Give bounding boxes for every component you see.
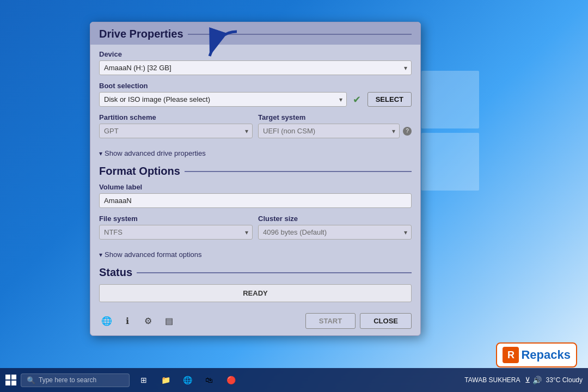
partition-scheme-group: Partition scheme GPT — [99, 113, 253, 138]
target-system-label: Target system — [258, 113, 412, 121]
boot-select-wrapper[interactable]: Disk or ISO image (Please select) — [99, 92, 347, 107]
format-options-title: Format Options — [99, 165, 180, 177]
cluster-size-label: Cluster size — [258, 215, 412, 223]
chevron-down-icon: ▾ — [99, 150, 102, 157]
device-select-wrapper[interactable]: AmaaaN (H:) [32 GB] — [99, 60, 412, 75]
status-title: Status — [99, 266, 132, 279]
file-explorer-icon[interactable]: 📁 — [156, 370, 175, 390]
system-tray-icons: ⊻ 🔊 — [525, 376, 542, 384]
log-icon-button[interactable]: ▤ — [161, 314, 176, 329]
device-select[interactable]: AmaaaN (H:) [32 GB] — [99, 60, 412, 75]
select-button[interactable]: SELECT — [367, 92, 412, 107]
status-header: Status — [99, 266, 412, 279]
repacks-r-icon: R — [503, 347, 519, 363]
footer-action-buttons: START CLOSE — [305, 313, 412, 329]
weather-info: 33°C Cloudy — [546, 376, 583, 384]
svg-rect-1 — [5, 375, 10, 379]
partition-target-row: Partition scheme GPT Target system UEFI … — [99, 113, 412, 145]
target-select-wrapper[interactable]: UEFI (non CSM) — [258, 124, 400, 138]
partition-scheme-label: Partition scheme — [99, 113, 253, 121]
file-system-select-wrapper[interactable]: NTFS — [99, 225, 253, 240]
show-advanced-drive-toggle[interactable]: ▾ Show advanced drive properties — [99, 149, 412, 157]
show-advanced-drive-label: Show advanced drive properties — [105, 149, 206, 157]
dialog-titlebar: Drive Properties — [90, 22, 420, 45]
info-icon-button[interactable]: ℹ — [120, 314, 135, 329]
start-button[interactable]: START — [305, 313, 356, 329]
status-section: Status READY — [99, 266, 412, 302]
boot-selection-group: Boot selection Disk or ISO image (Please… — [99, 82, 412, 107]
repacks-logo: R Repacks — [496, 342, 577, 367]
partition-scheme-select[interactable]: GPT — [99, 124, 253, 138]
chevron-down-icon-2: ▾ — [99, 251, 102, 259]
taskbar-search[interactable]: 🔍 — [21, 373, 130, 387]
target-system-select[interactable]: UEFI (non CSM) — [258, 124, 400, 138]
cluster-size-group: Cluster size 4096 bytes (Default) — [258, 215, 412, 240]
check-icon: ✔ — [350, 93, 364, 107]
format-options-header: Format Options — [99, 165, 412, 177]
boot-selection-row: Disk or ISO image (Please select) ✔ SELE… — [99, 92, 412, 107]
search-icon: 🔍 — [27, 376, 35, 384]
taskbar-right: TAWAB SUKHERA ⊻ 🔊 33°C Cloudy — [464, 376, 588, 384]
target-system-group: Target system UEFI (non CSM) ? — [258, 113, 412, 138]
dialog-footer: 🌐 ℹ ⚙ ▤ START CLOSE — [90, 309, 420, 335]
volume-icon: 🔊 — [532, 376, 542, 384]
partition-select-wrapper[interactable]: GPT — [99, 124, 253, 138]
svg-rect-2 — [11, 375, 16, 379]
edge-icon[interactable]: 🌐 — [177, 370, 197, 390]
title-divider — [188, 34, 412, 35]
volume-label-label: Volume label — [99, 183, 412, 191]
show-advanced-format-toggle[interactable]: ▾ Show advanced format options — [99, 250, 412, 259]
taskbar: 🔍 ⊞ 📁 🌐 🛍 🔴 TAWAB SUKHERA ⊻ 🔊 33°C Cloud… — [0, 368, 588, 392]
target-help-icon[interactable]: ? — [403, 127, 412, 136]
status-divider — [137, 272, 412, 273]
chrome-icon[interactable]: 🔴 — [221, 370, 241, 390]
cluster-size-select[interactable]: 4096 bytes (Default) — [258, 225, 412, 240]
status-bar: READY — [99, 284, 412, 302]
repacks-label: Repacks — [521, 348, 571, 362]
start-button-icon[interactable] — [1, 370, 21, 390]
boot-selection-select[interactable]: Disk or ISO image (Please select) — [99, 92, 347, 107]
settings-icon-button[interactable]: ⚙ — [140, 314, 156, 329]
file-system-label: File system — [99, 215, 253, 223]
filesystem-cluster-row: File system NTFS Cluster size 4096 bytes… — [99, 215, 412, 246]
file-system-select[interactable]: NTFS — [99, 225, 253, 240]
globe-icon-button[interactable]: 🌐 — [99, 314, 114, 329]
footer-icons: 🌐 ℹ ⚙ ▤ — [99, 314, 301, 329]
rufus-dialog: Drive Properties Device AmaaaN (H:) [32 … — [90, 22, 421, 336]
device-label: Device — [99, 50, 412, 58]
store-icon[interactable]: 🛍 — [199, 370, 219, 390]
close-button[interactable]: CLOSE — [360, 313, 412, 329]
volume-label-input[interactable] — [99, 193, 412, 208]
taskbar-app-icons: ⊞ 📁 🌐 🛍 🔴 — [134, 370, 241, 390]
file-system-group: File system NTFS — [99, 215, 253, 240]
task-view-icon[interactable]: ⊞ — [134, 370, 154, 390]
user-name: TAWAB SUKHERA — [464, 376, 520, 384]
show-advanced-format-label: Show advanced format options — [105, 250, 202, 259]
dialog-title: Drive Properties — [99, 28, 183, 40]
cluster-size-select-wrapper[interactable]: 4096 bytes (Default) — [258, 225, 412, 240]
volume-label-group: Volume label — [99, 183, 412, 208]
network-icon: ⊻ — [525, 376, 530, 384]
search-input[interactable] — [39, 376, 124, 384]
device-field-group: Device AmaaaN (H:) [32 GB] — [99, 50, 412, 75]
svg-rect-3 — [5, 381, 10, 385]
format-options-divider — [185, 171, 412, 172]
svg-rect-4 — [11, 381, 16, 385]
boot-selection-label: Boot selection — [99, 82, 412, 90]
dialog-body: Device AmaaaN (H:) [32 GB] Boot selectio… — [90, 45, 420, 309]
